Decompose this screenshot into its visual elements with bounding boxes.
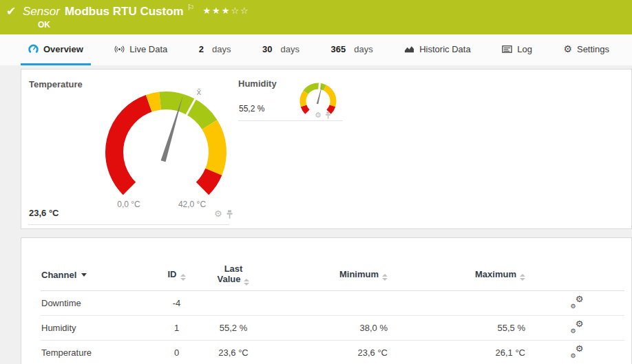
gauge-settings-icon[interactable]: ⚙ xyxy=(214,209,222,219)
tab-live-data[interactable]: Live Data xyxy=(107,34,175,65)
tile-divider xyxy=(28,224,229,225)
sensor-header: ✔ SensorModbus RTU Custom⚐★★★☆☆ OK xyxy=(0,0,632,34)
tab-label: Settings xyxy=(577,44,609,54)
tab-unit: days xyxy=(281,44,299,54)
svg-text:x̄: x̄ xyxy=(196,87,201,97)
tab-label: Log xyxy=(517,44,532,54)
table-row: Humidity 1 55,2 % 38,0 % 55,5 % ⚙⚙ xyxy=(41,316,624,341)
tab-label: Historic Data xyxy=(419,44,470,54)
gauge-settings-icon[interactable]: ⚙ xyxy=(315,110,322,120)
tab-log[interactable]: Log xyxy=(494,34,540,65)
gauge-icon xyxy=(28,44,39,54)
sort-icon xyxy=(382,274,388,281)
column-header-id[interactable]: ID xyxy=(151,259,202,291)
gauges-panel: Temperature x̄ 0,0 °C 42,0 °C 23,6 °C ⚙ … xyxy=(21,69,632,229)
gears-icon: ⚙ xyxy=(576,295,584,303)
channel-settings-button[interactable]: ⚙⚙ xyxy=(571,297,584,308)
gauge-title: Humidity xyxy=(238,78,277,89)
stars-empty: ☆☆ xyxy=(231,6,249,16)
sensor-page: ✔ SensorModbus RTU Custom⚐★★★☆☆ OK Overv… xyxy=(0,0,632,364)
column-header-last-value[interactable]: LastValue xyxy=(202,259,264,291)
gears-icon: ⚙ xyxy=(576,344,584,353)
sort-icon xyxy=(244,279,249,286)
temperature-gauge[interactable]: x̄ xyxy=(97,82,235,220)
sort-caret-icon xyxy=(81,273,87,277)
log-icon xyxy=(502,44,512,54)
maximum-cell: 55,5 % xyxy=(392,316,529,341)
column-header-maximum[interactable]: Maximum xyxy=(392,259,529,291)
settings-gear-icon: ⚙ xyxy=(563,44,572,54)
minimum-cell xyxy=(264,291,392,316)
column-header-actions xyxy=(529,259,624,291)
maximum-cell xyxy=(392,291,529,316)
gears-icon-small: ⚙ xyxy=(571,328,576,334)
gauge-min-label: 0,0 °C xyxy=(107,200,151,209)
gauge-title: Temperature xyxy=(29,79,83,89)
tab-unit: days xyxy=(212,44,231,54)
sort-icon xyxy=(520,274,525,281)
table-header-row: Channel ID LastValue Minimum Maximum xyxy=(41,259,624,291)
tab-2-days[interactable]: 2days xyxy=(191,34,239,65)
table-row: Downtime -4 ⚙⚙ xyxy=(41,291,624,316)
channel-name-cell[interactable]: Temperature xyxy=(41,341,151,364)
channel-name-cell[interactable]: Humidity xyxy=(41,316,151,341)
column-header-channel[interactable]: Channel xyxy=(41,259,151,291)
priority-stars[interactable]: ★★★☆☆ xyxy=(202,6,249,16)
tab-365-days[interactable]: 365days xyxy=(324,34,381,65)
gauge-max-label: 42,0 °C xyxy=(170,200,214,209)
last-value-cell: 23,6 °C xyxy=(202,341,264,364)
channel-settings-button[interactable]: ⚙⚙ xyxy=(571,346,584,358)
tab-unit: days xyxy=(354,44,372,54)
sensor-kind-label: Sensor xyxy=(23,5,60,18)
status-check-icon: ✔ xyxy=(6,4,16,19)
channel-settings-button[interactable]: ⚙⚙ xyxy=(571,321,584,333)
tab-number: 2 xyxy=(199,44,204,54)
id-cell: 1 xyxy=(151,316,202,341)
gauge-current-value: 23,6 °C xyxy=(29,208,59,218)
tab-bar: Overview Live Data 2days 30days 365days … xyxy=(0,34,632,65)
last-value-cell: 55,2 % xyxy=(202,316,264,341)
tab-number: 30 xyxy=(262,44,272,54)
channel-name-cell[interactable]: Downtime xyxy=(41,291,151,316)
gauge-current-value: 55,2 % xyxy=(239,104,264,114)
live-data-icon xyxy=(114,44,125,54)
tab-label: Live Data xyxy=(129,44,167,54)
gauge-pin-icon[interactable] xyxy=(226,210,233,219)
sensor-title: Modbus RTU Custom xyxy=(65,5,184,18)
gears-icon: ⚙ xyxy=(576,319,584,328)
gauge-tile-actions: ⚙ xyxy=(315,110,331,120)
column-header-minimum[interactable]: Minimum xyxy=(264,259,392,291)
tab-number: 365 xyxy=(331,44,346,54)
gears-icon-small: ⚙ xyxy=(571,303,576,310)
channels-table-panel: Channel ID LastValue Minimum Maximum Dow… xyxy=(21,237,632,364)
tab-settings[interactable]: ⚙ Settings xyxy=(556,34,617,65)
flag-icon: ⚐ xyxy=(187,3,195,12)
channels-table: Channel ID LastValue Minimum Maximum Dow… xyxy=(41,259,624,364)
id-cell: 0 xyxy=(151,341,202,364)
id-cell: -4 xyxy=(151,291,202,316)
tab-historic-data[interactable]: Historic Data xyxy=(397,34,478,65)
tab-overview[interactable]: Overview xyxy=(21,34,91,65)
minimum-cell: 38,0 % xyxy=(264,316,392,341)
historic-data-icon xyxy=(404,44,414,54)
sensor-title-line: SensorModbus RTU Custom⚐★★★☆☆ xyxy=(23,3,250,19)
stars-filled: ★★★ xyxy=(202,6,231,16)
last-value-cell xyxy=(202,291,264,316)
status-badge: OK xyxy=(38,20,50,30)
tile-divider xyxy=(238,120,343,121)
tab-30-days[interactable]: 30days xyxy=(255,34,307,65)
gauge-tile-actions: ⚙ xyxy=(214,209,233,219)
sort-icon xyxy=(180,274,186,281)
tab-label: Overview xyxy=(43,44,83,54)
gauge-pin-icon[interactable] xyxy=(325,111,331,119)
maximum-cell: 26,1 °C xyxy=(392,341,529,364)
gears-icon-small: ⚙ xyxy=(571,353,576,359)
table-row: Temperature 0 23,6 °C 23,6 °C 26,1 °C ⚙⚙ xyxy=(41,341,624,364)
minimum-cell: 23,6 °C xyxy=(264,341,392,364)
